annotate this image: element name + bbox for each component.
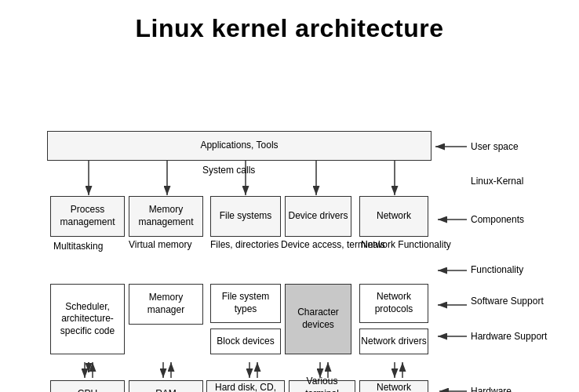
block-devices-box: Block devices — [210, 328, 281, 354]
process-mgmt-box: Process management — [50, 196, 125, 237]
files-dirs-label: Files, directories — [210, 239, 279, 250]
net-adapter-box: Network adapter — [359, 380, 428, 392]
virtual-memory-label: Virtual memory — [129, 239, 191, 250]
page-title: Linux kernel architecture — [0, 0, 579, 53]
software-support-label: Software Support — [471, 296, 544, 307]
functionality-label: Functionality — [471, 264, 523, 275]
net-protocols-box: Network protocols — [359, 284, 428, 323]
file-systems-box: File systems — [210, 196, 281, 237]
user-space-label: User space — [471, 141, 519, 152]
multitasking-label: Multitasking — [53, 241, 103, 252]
diagram: Applications, Tools System calls User sp… — [0, 53, 579, 392]
net-drivers-box: Network drivers — [359, 328, 428, 354]
scheduler-box: Scheduler, architecture-specific code — [50, 284, 125, 354]
device-drivers-box: Device drivers — [285, 196, 351, 237]
memory-mgmt-box: Memory management — [129, 196, 203, 237]
fs-types-box: File system types — [210, 284, 281, 323]
ram-box: RAM — [129, 380, 203, 392]
network-box: Network — [359, 196, 428, 237]
hardware-label: Hardware — [471, 386, 512, 392]
components-label: Components — [471, 214, 524, 225]
hardware-support-label: Hardware Support — [471, 331, 547, 342]
cpu-box: CPU — [50, 380, 125, 392]
memory-manager-box: Memory manager — [129, 284, 203, 325]
network-func-label: Network Functionality — [361, 239, 451, 250]
system-calls-label: System calls — [202, 165, 255, 176]
applications-box: Applications, Tools — [47, 131, 432, 161]
terminal-eq-box: Various terminal equipment — [289, 380, 355, 392]
linux-kernel-label: Linux-Kernal — [471, 176, 523, 187]
harddisk-box: Hard disk, CD, Floppy disk — [206, 380, 285, 392]
char-devices-box: Character devices — [285, 284, 351, 354]
